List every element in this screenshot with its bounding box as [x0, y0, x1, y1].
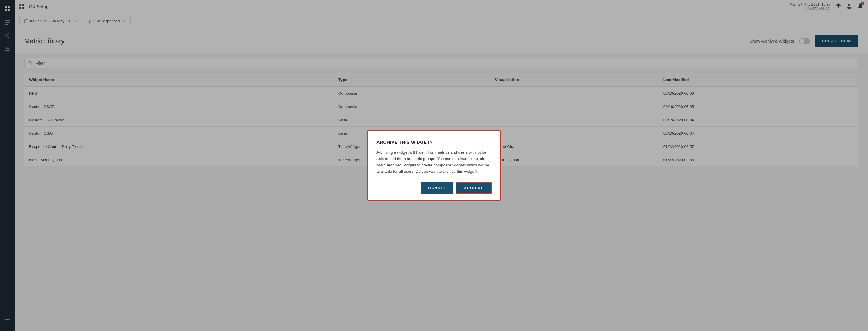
modal-actions: CANCEL ARCHIVE — [376, 182, 492, 194]
modal-title: ARCHIVE THIS WIDGET? — [376, 139, 492, 145]
modal-overlay: ARCHIVE THIS WIDGET? Archiving a widget … — [0, 0, 868, 331]
cancel-button[interactable]: CANCEL — [421, 182, 453, 194]
archive-button[interactable]: ARCHIVE — [456, 182, 492, 194]
archive-modal: ARCHIVE THIS WIDGET? Archiving a widget … — [367, 130, 501, 200]
modal-body: Archiving a widget will hide it from met… — [376, 150, 492, 174]
